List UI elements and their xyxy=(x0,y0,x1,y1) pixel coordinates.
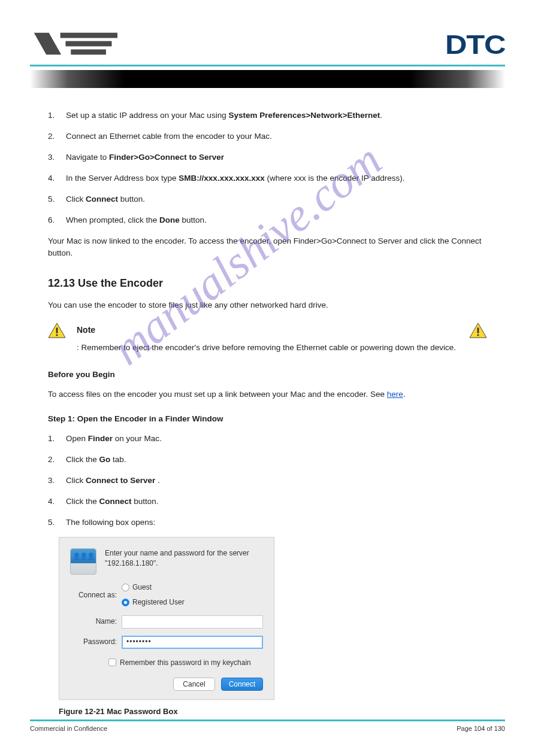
page-footer: Commercial in Confidence Page 104 of 130 xyxy=(30,719,505,732)
step-item: 3. Click Connect to Server . xyxy=(48,475,487,487)
note-label: Note xyxy=(66,324,469,337)
step-number: 2. xyxy=(48,454,66,466)
figure-caption: Figure 12-21 Mac Password Box xyxy=(59,706,487,718)
step-number: 1. xyxy=(48,433,66,445)
step-text: In the Server Address box type SMB://xxx… xyxy=(66,172,487,185)
here-link[interactable]: here xyxy=(387,390,403,399)
step-item: 4. In the Server Address box type SMB://… xyxy=(48,172,487,185)
before-begin-heading: Before you Begin xyxy=(48,369,487,381)
header-rule xyxy=(30,65,505,66)
step1-heading: Step 1: Open the Encoder in a Finder Win… xyxy=(48,413,487,426)
header-black-bar xyxy=(30,70,505,88)
step-text: Click Connect to Server . xyxy=(66,475,487,487)
mac-connect-dialog: 👤👤👤 Enter your name and password for the… xyxy=(59,537,274,700)
step-number: 2. xyxy=(48,130,66,143)
step-text: Connect an Ethernet cable from the encod… xyxy=(66,130,487,143)
name-label: Name: xyxy=(70,616,122,627)
footer-rule xyxy=(30,719,505,721)
svg-rect-1 xyxy=(61,33,117,38)
step-item: 5. Click Connect button. xyxy=(48,193,487,206)
step-number: 5. xyxy=(48,517,66,529)
remember-checkbox[interactable] xyxy=(108,658,116,666)
svg-rect-8 xyxy=(477,328,479,333)
step-number: 3. xyxy=(48,475,66,487)
step-text: Click the Connect button. xyxy=(66,496,487,508)
step-text: Click Connect button. xyxy=(66,193,487,206)
note-body: : Remember to eject the encoder's drive … xyxy=(48,342,487,354)
closing-paragraph: Your Mac is now linked to the encoder. T… xyxy=(48,235,487,260)
before-begin-text: To access files on the encoder you must … xyxy=(48,388,487,401)
svg-marker-0 xyxy=(34,33,61,55)
step-number: 4. xyxy=(48,496,66,508)
step-number: 4. xyxy=(48,172,66,185)
remember-label: Remember this password in my keychain xyxy=(120,657,251,669)
page-content: 1. Set up a static IP address on your Ma… xyxy=(30,110,505,718)
server-disk-icon: 👤👤👤 xyxy=(70,548,96,575)
step-number: 3. xyxy=(48,151,66,164)
step-text: When prompted, click the Done button. xyxy=(66,214,487,227)
step-item: 5. The following box opens: xyxy=(48,517,487,529)
page-header: DTC xyxy=(30,30,505,60)
step-number: 6. xyxy=(48,214,66,227)
step-text: Navigate to Finder>Go>Connect to Server xyxy=(66,151,487,164)
svg-rect-6 xyxy=(56,335,58,336)
svg-rect-5 xyxy=(56,328,58,333)
ve-logo-icon xyxy=(30,31,126,59)
svg-rect-9 xyxy=(477,335,479,336)
cancel-button[interactable]: Cancel xyxy=(173,678,215,691)
step-text: The following box opens: xyxy=(66,517,487,529)
step-text: Click the Go tab. xyxy=(66,454,487,466)
guest-radio[interactable]: Guest xyxy=(122,582,185,593)
svg-rect-2 xyxy=(65,41,111,47)
step-item: 3. Navigate to Finder>Go>Connect to Serv… xyxy=(48,151,487,164)
step-item: 1. Open Finder on your Mac. xyxy=(48,433,487,445)
password-input[interactable]: •••••••• xyxy=(122,636,263,649)
step-item: 2. Connect an Ethernet cable from the en… xyxy=(48,130,487,143)
password-label: Password: xyxy=(70,636,122,648)
step-item: 2. Click the Go tab. xyxy=(48,454,487,466)
svg-rect-3 xyxy=(71,50,106,55)
step-item: 6. When prompted, click the Done button. xyxy=(48,214,487,227)
name-input[interactable] xyxy=(122,615,263,629)
remember-checkbox-row[interactable]: Remember this password in my keychain xyxy=(70,657,263,669)
connect-as-label: Connect as: xyxy=(70,590,122,601)
step-text: Set up a static IP address on your Mac u… xyxy=(66,110,487,122)
note-block: Note : Remember to eject the encoder's d… xyxy=(48,323,487,354)
footer-right: Page 104 of 130 xyxy=(457,725,505,732)
section-heading: 12.13 Use the Encoder xyxy=(48,275,487,292)
dialog-screenshot: 👤👤👤 Enter your name and password for the… xyxy=(59,537,487,700)
step-item: 1. Set up a static IP address on your Ma… xyxy=(48,110,487,122)
warning-icon xyxy=(469,323,487,338)
dialog-message: Enter your name and password for the ser… xyxy=(105,548,263,575)
intro-paragraph: You can use the encoder to store files j… xyxy=(48,299,487,312)
warning-icon xyxy=(48,323,66,338)
step-number: 1. xyxy=(48,110,66,122)
step-number: 5. xyxy=(48,193,66,206)
connect-button[interactable]: Connect xyxy=(221,678,263,691)
step-text: Open Finder on your Mac. xyxy=(66,433,487,445)
step-item: 4. Click the Connect button. xyxy=(48,496,487,508)
footer-left: Commercial in Confidence xyxy=(30,725,107,732)
registered-user-radio[interactable]: Registered User xyxy=(122,597,185,608)
dtc-logo: DTC xyxy=(445,30,505,60)
